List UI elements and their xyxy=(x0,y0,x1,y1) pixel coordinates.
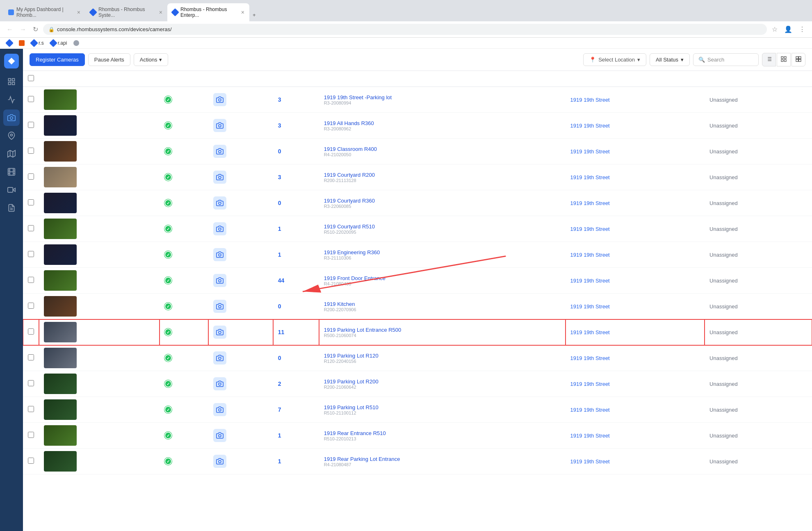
camera-name-link[interactable]: 1919 19th Street -Parking lot xyxy=(324,94,561,100)
camera-name-link[interactable]: 1919 Courtyard R360 xyxy=(324,198,561,204)
profile-button[interactable]: 👤 xyxy=(782,25,794,34)
row-checkbox[interactable] xyxy=(28,328,34,335)
row-checkbox[interactable] xyxy=(28,432,34,438)
table-row[interactable]: 0 1919 Parking Lot R120 R120-22040156 19… xyxy=(23,345,812,371)
back-button[interactable]: ← xyxy=(5,25,15,34)
large-grid-view-button[interactable] xyxy=(791,53,805,66)
row-checkbox[interactable] xyxy=(28,251,34,257)
list-view-button[interactable] xyxy=(762,53,776,66)
register-cameras-button[interactable]: Register Cameras xyxy=(30,53,85,66)
camera-name-link[interactable]: 1919 All Hands R360 xyxy=(324,120,561,126)
camera-name-link[interactable]: 1919 Courtyard R200 xyxy=(324,172,561,178)
tab-dashboard[interactable]: My Apps Dashboard | Rhomb... × xyxy=(3,3,85,21)
menu-button[interactable]: ⋮ xyxy=(797,25,807,34)
camera-location-link[interactable]: 1919 19th Street xyxy=(570,355,610,361)
table-row[interactable]: 2 1919 Parking Lot R200 R200-21060642 19… xyxy=(23,371,812,397)
table-row[interactable]: 1 1919 Courtyard R510 R510-22020095 1919… xyxy=(23,216,812,242)
table-row[interactable]: 0 1919 Kitchen R200-22070906 1919 19th S… xyxy=(23,294,812,319)
table-row[interactable]: 11 1919 Parking Lot Entrance R500 R500-2… xyxy=(23,319,812,345)
camera-location-link[interactable]: 1919 19th Street xyxy=(570,226,610,232)
search-box[interactable]: 🔍 Search xyxy=(693,53,759,66)
sidebar-item-dashboard[interactable] xyxy=(3,73,20,90)
row-checkbox[interactable] xyxy=(28,406,34,412)
camera-name-link[interactable]: 1919 Parking Lot Entrance R500 xyxy=(324,327,561,333)
camera-location-link[interactable]: 1919 19th Street xyxy=(570,303,610,310)
status-select[interactable]: All Status ▾ xyxy=(650,53,690,66)
camera-name-link[interactable]: 1919 Parking Lot R120 xyxy=(324,353,561,359)
camera-name-link[interactable]: 1919 Engineering R360 xyxy=(324,249,561,255)
row-checkbox[interactable] xyxy=(28,380,34,386)
row-checkbox[interactable] xyxy=(28,303,34,309)
pause-alerts-button[interactable]: Pause Alerts xyxy=(88,53,130,66)
camera-location-link[interactable]: 1919 19th Street xyxy=(570,381,610,387)
forward-button[interactable]: → xyxy=(18,25,28,34)
row-checkbox[interactable] xyxy=(28,277,34,283)
table-row[interactable]: 1 1919 Rear Entrance R510 R510-22010213 … xyxy=(23,423,812,449)
grid-view-button[interactable] xyxy=(777,53,791,66)
address-bar[interactable]: 🔒 console.rhombussystems.com/devices/cam… xyxy=(43,24,767,35)
camera-name-link[interactable]: 1919 Rear Entrance R510 xyxy=(324,430,561,436)
tab-close[interactable]: × xyxy=(241,9,244,16)
sidebar-item-recordings[interactable] xyxy=(3,164,20,180)
camera-name-link[interactable]: 1919 Kitchen xyxy=(324,301,561,307)
camera-location-link[interactable]: 1919 19th Street xyxy=(570,407,610,413)
camera-location-link[interactable]: 1919 19th Street xyxy=(570,278,610,284)
table-row[interactable]: 7 1919 Parking Lot R510 R510-21100112 19… xyxy=(23,397,812,423)
svg-point-45 xyxy=(219,331,221,334)
table-row[interactable]: 1 1919 Rear Parking Lot Entrance R4-2108… xyxy=(23,449,812,474)
table-row[interactable]: 3 1919 All Hands R360 R3-20080962 1919 1… xyxy=(23,113,812,139)
table-container[interactable]: 3 1919 19th Street -Parking lot R3-20080… xyxy=(23,71,812,474)
sidebar-item-maps[interactable] xyxy=(3,146,20,162)
row-checkbox[interactable] xyxy=(28,458,34,464)
table-row[interactable]: 3 1919 Courtyard R200 R200-21113128 1919… xyxy=(23,164,812,190)
row-checkbox[interactable] xyxy=(28,122,34,128)
row-checkbox[interactable] xyxy=(28,148,34,154)
tab-rhombus-enterprise[interactable]: Rhombus - Rhombus Enterp... × xyxy=(167,3,249,21)
camera-name-link[interactable]: 1919 Parking Lot R200 xyxy=(324,378,561,385)
camera-name-link[interactable]: 1919 Classroom R400 xyxy=(324,146,561,152)
table-row[interactable]: 0 1919 Classroom R400 R4-21020050 1919 1… xyxy=(23,139,812,164)
camera-name-link[interactable]: 1919 Front Door Entrance xyxy=(324,275,561,281)
bookmark-button[interactable]: ☆ xyxy=(770,25,779,34)
sidebar-item-reports[interactable] xyxy=(3,200,20,216)
camera-location-link[interactable]: 1919 19th Street xyxy=(570,458,610,465)
camera-location-link[interactable]: 1919 19th Street xyxy=(570,329,610,335)
table-row[interactable]: 44 1919 Front Door Entrance R4-21080430 … xyxy=(23,268,812,294)
tab-rhombus-system[interactable]: Rhombus - Rhombus Syste... × xyxy=(85,3,167,21)
camera-name-link[interactable]: 1919 Courtyard R510 xyxy=(324,223,561,230)
tab-close[interactable]: × xyxy=(77,9,80,16)
camera-name-link[interactable]: 1919 Rear Parking Lot Entrance xyxy=(324,456,561,462)
sidebar-item-cameras[interactable] xyxy=(3,109,20,126)
camera-location-link[interactable]: 1919 19th Street xyxy=(570,97,610,103)
actions-button[interactable]: Actions ▾ xyxy=(134,53,169,66)
camera-location-link[interactable]: 1919 19th Street xyxy=(570,200,610,206)
camera-location-link[interactable]: 1919 19th Street xyxy=(570,174,610,180)
table-row[interactable]: 3 1919 19th Street -Parking lot R3-20080… xyxy=(23,87,812,113)
camera-location-link[interactable]: 1919 19th Street xyxy=(570,433,610,439)
refresh-button[interactable]: ↻ xyxy=(31,25,40,34)
select-all-header[interactable] xyxy=(23,71,39,87)
camera-location-link[interactable]: 1919 19th Street xyxy=(570,123,610,129)
bookmark-extra[interactable] xyxy=(72,39,81,47)
row-camera-icon-cell xyxy=(208,190,273,216)
sidebar-item-analytics[interactable] xyxy=(3,91,20,108)
camera-location-link[interactable]: 1919 19th Street xyxy=(570,252,610,258)
sidebar-logo[interactable] xyxy=(4,54,19,68)
tab-close[interactable]: × xyxy=(159,9,162,16)
sidebar-item-locations[interactable] xyxy=(3,128,20,144)
camera-location-link[interactable]: 1919 19th Street xyxy=(570,148,610,155)
row-checkbox[interactable] xyxy=(28,96,34,102)
location-select[interactable]: 📍 Select Location ▾ xyxy=(583,53,646,66)
bookmark-rs[interactable]: r.s xyxy=(30,39,46,47)
table-row[interactable]: 0 1919 Courtyard R360 R3-22060085 1919 1… xyxy=(23,190,812,216)
camera-name-link[interactable]: 1919 Parking Lot R510 xyxy=(324,404,561,410)
table-row[interactable]: 1 1919 Engineering R360 R3-21110306 1919… xyxy=(23,242,812,268)
row-checkbox[interactable] xyxy=(28,199,34,205)
row-checkbox[interactable] xyxy=(28,354,34,360)
bookmark-rapi[interactable]: r.api xyxy=(49,39,69,47)
row-checkbox[interactable] xyxy=(28,173,34,180)
row-checkbox[interactable] xyxy=(28,225,34,231)
new-tab-button[interactable]: + xyxy=(249,9,259,21)
select-all-checkbox[interactable] xyxy=(28,75,34,81)
sidebar-item-video-walls[interactable] xyxy=(3,182,20,198)
